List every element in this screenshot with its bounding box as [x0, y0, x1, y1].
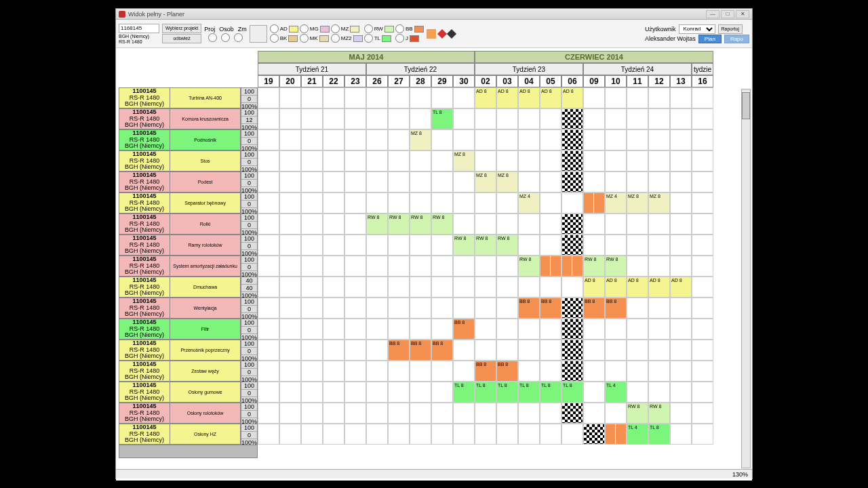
rapo-button[interactable]: Rapo	[724, 35, 749, 43]
grid-cell[interactable]	[388, 319, 410, 340]
grid-cell[interactable]	[388, 87, 410, 108]
grid-cell[interactable]	[648, 171, 670, 192]
grid-cell[interactable]	[431, 150, 453, 171]
grid-cell[interactable]	[366, 256, 388, 277]
grid-cell[interactable]: RW 8	[453, 235, 475, 256]
grid-cell[interactable]	[627, 108, 648, 129]
grid-cell[interactable]	[410, 87, 431, 108]
grid-cell[interactable]	[692, 382, 713, 403]
grid-cell[interactable]	[258, 361, 279, 382]
grid-cell[interactable]: TL 8	[561, 382, 583, 403]
day-header[interactable]: 12	[648, 75, 670, 87]
grid-cell[interactable]	[279, 298, 301, 319]
grid-cell[interactable]	[518, 424, 540, 445]
grid-cell[interactable]	[453, 87, 475, 108]
grid-cell[interactable]	[323, 382, 344, 403]
grid-cell[interactable]	[475, 277, 496, 298]
grid-cell[interactable]: AD 8	[475, 87, 496, 108]
grid-cell[interactable]	[518, 361, 540, 382]
grid-cell[interactable]	[670, 361, 692, 382]
grid-cell[interactable]	[540, 403, 561, 424]
grid-cell[interactable]	[366, 382, 388, 403]
grid-cell[interactable]	[540, 424, 561, 445]
grid-cell[interactable]	[388, 403, 410, 424]
grid-cell[interactable]	[323, 277, 344, 298]
grid-cell[interactable]	[388, 277, 410, 298]
grid-cell[interactable]	[692, 277, 713, 298]
grid-cell[interactable]	[670, 298, 692, 319]
grid-cell[interactable]	[366, 235, 388, 256]
grid-cell[interactable]	[670, 192, 692, 214]
milestone-flag-icon[interactable]	[561, 319, 583, 340]
grid-cell[interactable]	[583, 87, 605, 108]
milestone-flag-icon[interactable]	[561, 214, 583, 235]
grid-cell[interactable]	[670, 87, 692, 108]
min-button[interactable]: —	[706, 10, 719, 18]
grid-cell[interactable]	[258, 340, 279, 361]
grid-cell[interactable]	[540, 108, 561, 129]
grid-cell[interactable]: RW 8	[431, 214, 453, 235]
milestone-flag-icon[interactable]	[561, 108, 583, 129]
grid-cell[interactable]	[258, 129, 279, 150]
grid-cell[interactable]	[344, 171, 366, 192]
break-icon[interactable]	[540, 256, 561, 277]
grid-cell[interactable]	[605, 108, 627, 129]
grid-cell[interactable]	[518, 319, 540, 340]
grid-cell[interactable]	[323, 150, 344, 171]
grid-cell[interactable]	[561, 192, 583, 214]
grid-cell[interactable]: MZ 8	[475, 171, 496, 192]
grid-cell[interactable]	[431, 235, 453, 256]
close-button[interactable]: ✕	[736, 10, 749, 18]
grid-cell[interactable]	[258, 214, 279, 235]
grid-cell[interactable]	[453, 277, 475, 298]
grid-cell[interactable]	[366, 277, 388, 298]
grid-cell[interactable]	[410, 382, 431, 403]
grid-cell[interactable]	[258, 192, 279, 214]
grid-cell[interactable]	[583, 150, 605, 171]
grid-cell[interactable]	[540, 171, 561, 192]
grid-cell[interactable]	[323, 192, 344, 214]
grid-cell[interactable]	[670, 424, 692, 445]
grid-cell[interactable]	[323, 87, 344, 108]
grid-cell[interactable]	[431, 382, 453, 403]
grid-cell[interactable]	[323, 256, 344, 277]
grid-cell[interactable]	[388, 361, 410, 382]
grid-cell[interactable]	[670, 403, 692, 424]
grid-cell[interactable]	[670, 340, 692, 361]
grid-cell[interactable]	[301, 361, 323, 382]
grid-cell[interactable]: AD 8	[540, 87, 561, 108]
grid-cell[interactable]: MZ 8	[453, 150, 475, 171]
grid-cell[interactable]	[301, 424, 323, 445]
grid-cell[interactable]	[344, 192, 366, 214]
row-header[interactable]: 1100145RS-R 1480BGH (Niemcy)Osłony gumow…	[119, 382, 241, 403]
grid-cell[interactable]	[258, 298, 279, 319]
grid-cell[interactable]	[496, 277, 518, 298]
grid-cell[interactable]	[388, 235, 410, 256]
grid-cell[interactable]	[323, 403, 344, 424]
day-header[interactable]: 22	[323, 75, 344, 87]
proj-radio[interactable]	[208, 33, 217, 42]
grid-cell[interactable]	[475, 403, 496, 424]
grid-cell[interactable]	[475, 298, 496, 319]
grid-cell[interactable]: TL 4	[605, 382, 627, 403]
grid-cell[interactable]	[540, 150, 561, 171]
legend-BK[interactable]: BK	[270, 34, 298, 43]
day-header[interactable]: 26	[366, 75, 388, 87]
grid-cell[interactable]	[279, 277, 301, 298]
grid-cell[interactable]	[496, 340, 518, 361]
grid-cell[interactable]: AD 8	[605, 277, 627, 298]
grid-cell[interactable]	[279, 361, 301, 382]
row-header[interactable]: 1100145RS-R 1480BGH (Niemcy)Wentylacja	[119, 298, 241, 319]
grid-cell[interactable]	[692, 319, 713, 340]
row-header[interactable]: 1100145RS-R 1480BGH (Niemcy)Ramy rolotok…	[119, 235, 241, 256]
grid-cell[interactable]	[475, 319, 496, 340]
grid-cell[interactable]	[258, 277, 279, 298]
grid-cell[interactable]	[496, 256, 518, 277]
grid-cell[interactable]	[670, 319, 692, 340]
grid-cell[interactable]: TL 8	[518, 382, 540, 403]
grid-cell[interactable]	[279, 235, 301, 256]
grid-cell[interactable]	[583, 319, 605, 340]
grid-cell[interactable]	[388, 150, 410, 171]
grid-cell[interactable]	[496, 108, 518, 129]
grid-cell[interactable]	[301, 150, 323, 171]
